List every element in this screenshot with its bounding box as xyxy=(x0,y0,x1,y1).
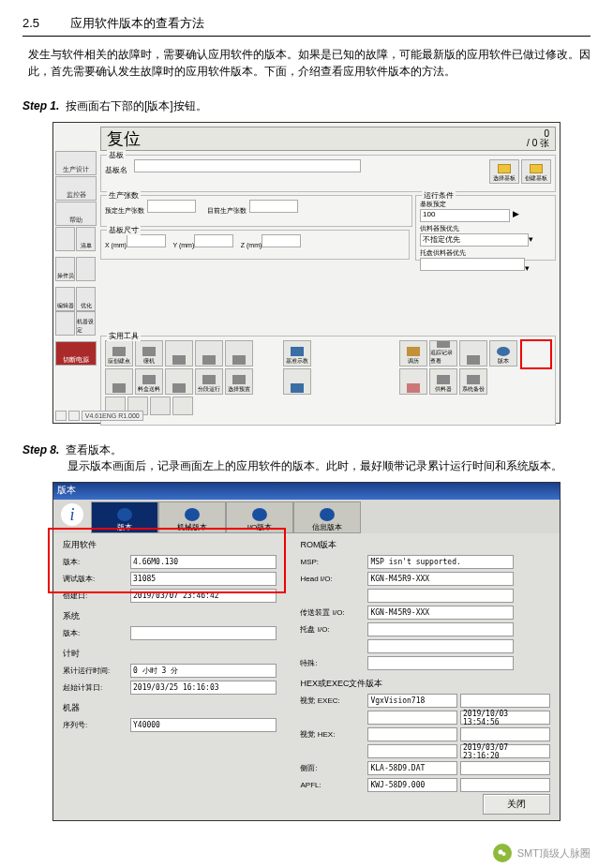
debug-version-value: 31085 xyxy=(130,572,277,586)
group-rom: ROM版本 MSP:MSP isn't supported. Head I/O:… xyxy=(300,539,550,670)
tray-priority-select[interactable] xyxy=(420,258,525,271)
tool-button[interactable] xyxy=(399,368,427,395)
select-board-button[interactable]: 选择基板 xyxy=(489,159,519,184)
window-titlebar: 复位 0 / 0 张 xyxy=(100,127,556,151)
group-system: 系统 版本: xyxy=(63,610,289,640)
window-title: 复位 xyxy=(107,127,141,150)
tool-button[interactable]: 供料器 xyxy=(429,368,457,395)
panel-production: 生产张数 预定生产张数 目前生产张数 xyxy=(100,195,412,227)
tool-button[interactable] xyxy=(150,397,171,415)
build-date-value: 2019/03/07 23:46:42 xyxy=(130,589,277,603)
sidebar: 生产设计 监控器 帮助 清单 操作员 编辑器 优化 机器设定 切断电源 xyxy=(55,151,97,367)
tool-button[interactable] xyxy=(225,340,253,367)
group-hex: HEX或EXEC文件版本 视觉 EXEC:VgxVision718 2019/1… xyxy=(300,678,550,792)
app-version-value: 4.66M0.130 xyxy=(130,555,277,569)
tool-button[interactable]: 选择预置 xyxy=(225,368,253,395)
info-icon: i xyxy=(61,503,83,526)
tab-info-version[interactable]: 信息版本 xyxy=(293,501,361,533)
gear-icon xyxy=(320,508,335,521)
figure-main-screen: 复位 0 / 0 张 生产设计 监控器 帮助 清单 操作员 编辑器 优化 机器设… xyxy=(52,122,561,424)
tab-io-version[interactable]: I/O版本 xyxy=(226,501,293,533)
step-1: Step 1. 按画面右下部的[版本]按钮。 xyxy=(22,98,591,114)
panel-size: 基板尺寸 X (mm) Y (mm) Z (mm) xyxy=(100,230,410,260)
sidebar-item-power[interactable]: 切断电源 xyxy=(55,341,97,366)
feeder-priority-select[interactable]: 不指定优先 xyxy=(420,233,529,247)
counter: 0 / 0 张 xyxy=(527,129,549,148)
sidebar-item[interactable]: 优化 xyxy=(76,287,96,311)
section-title: 应用软件版本的查看方法 xyxy=(70,16,204,30)
main-area: 基板 基板名 选择基板 创建基板 生产张数 预定生产张数 目前生产张数 运行条件… xyxy=(100,155,556,428)
panel-conditions: 运行条件 基板预定 100 ▶ 供料器预优先 不指定优先▾ 托盘供料器优先 ▾ xyxy=(415,195,556,261)
tool-button[interactable]: 系统备份 xyxy=(459,368,487,395)
panel-board: 基板 基板名 选择基板 创建基板 xyxy=(100,155,556,192)
close-button[interactable]: 关闭 xyxy=(483,794,550,815)
board-name-input[interactable] xyxy=(134,159,361,172)
history-icon xyxy=(407,347,420,356)
tool-button[interactable]: 料盒送料 xyxy=(135,368,163,395)
tool-button[interactable] xyxy=(172,397,193,415)
section-header: 2.5 应用软件版本的查看方法 xyxy=(22,15,591,37)
group-machine: 机器 序列号:Y40000 xyxy=(63,702,289,732)
tab-version[interactable]: 版本 xyxy=(91,501,158,533)
tool-button[interactable]: 应创建点 xyxy=(105,340,133,367)
target-icon xyxy=(112,347,126,356)
sidebar-item[interactable]: 生产设计 xyxy=(55,151,97,175)
version-button[interactable]: 版本 xyxy=(489,340,517,367)
tool-button[interactable]: 追踪记录查看 xyxy=(429,340,457,367)
tab-bar: 版本 机械版本 I/O版本 信息版本 xyxy=(53,500,560,533)
gear-icon xyxy=(252,508,267,521)
gear-icon xyxy=(185,508,200,521)
sidebar-item[interactable] xyxy=(55,227,75,251)
dialog-body: 应用软件 版本:4.66M0.130 调试版本:31085 创建日:2019/0… xyxy=(53,533,560,805)
figure-version-dialog: 版本 i 版本 机械版本 I/O版本 信息版本 应用软件 版本:4.66M0.1… xyxy=(52,482,561,821)
dialog-titlebar: 版本 xyxy=(53,483,560,500)
tool-button[interactable] xyxy=(459,340,487,367)
wechat-icon xyxy=(493,844,512,855)
warmup-icon xyxy=(142,347,156,356)
gear-icon xyxy=(117,508,132,521)
serial-value: Y40000 xyxy=(130,718,277,732)
current-qty-input[interactable] xyxy=(249,200,298,213)
tool-button[interactable] xyxy=(165,340,193,367)
step-8: Step 8. 查看版本。 显示版本画面后，记录画面左上的应用软件的版本。此时，… xyxy=(22,442,591,474)
tool-button[interactable]: 分段运行 xyxy=(195,368,223,395)
sidebar-item[interactable]: 帮助 xyxy=(55,202,97,226)
tool-button[interactable]: 调历 xyxy=(399,340,427,367)
fiducial-icon xyxy=(291,347,304,356)
tab-machine-version[interactable]: 机械版本 xyxy=(158,501,226,533)
sidebar-item[interactable] xyxy=(76,257,96,281)
tool-button[interactable]: 基准示教 xyxy=(283,340,311,367)
sidebar-item[interactable]: 监控器 xyxy=(55,176,97,201)
feeder-icon xyxy=(437,375,450,384)
run-condition-input[interactable]: 100 xyxy=(420,209,510,222)
sidebar-item[interactable]: 编辑器 xyxy=(55,287,75,311)
runtime-value: 0 小时 3 分 xyxy=(130,664,277,678)
sidebar-item[interactable]: 机器设定 xyxy=(76,311,96,336)
status-bar: V4.61ENG R1.000 xyxy=(55,411,143,421)
panel-utilities: 实用工具 应创建点 缓机 基准示教 调历 追踪记录查看 版本 料盒送料 分段运行 xyxy=(100,336,556,426)
version-icon xyxy=(497,347,510,356)
tool-button[interactable] xyxy=(105,368,133,395)
sidebar-item[interactable] xyxy=(55,311,75,336)
tool-button[interactable] xyxy=(165,368,193,395)
create-board-button[interactable]: 创建基板 xyxy=(521,159,551,184)
backup-icon xyxy=(467,375,480,384)
section-number: 2.5 xyxy=(22,16,39,30)
trace-icon xyxy=(437,341,450,348)
tool-button[interactable] xyxy=(195,340,223,367)
group-timer: 计时 累计运行时间:0 小时 3 分 起始计算日:2019/03/25 16:1… xyxy=(63,648,289,695)
group-app: 应用软件 版本:4.66M0.130 调试版本:31085 创建日:2019/0… xyxy=(63,539,289,603)
watermark: SMT顶级人脉圈 xyxy=(493,844,591,855)
planned-qty-input[interactable] xyxy=(147,200,196,213)
intro-paragraph: 发生与软件相关的故障时，需要确认应用软件的版本。如果是已知的故障，可能最新版的应… xyxy=(22,46,591,80)
sidebar-item[interactable]: 清单 xyxy=(76,227,96,251)
tool-button[interactable]: 缓机 xyxy=(135,340,163,367)
start-date-value: 2019/03/25 16:16:03 xyxy=(130,681,277,695)
sidebar-item[interactable]: 操作员 xyxy=(55,257,75,281)
tool-button[interactable] xyxy=(283,368,311,395)
